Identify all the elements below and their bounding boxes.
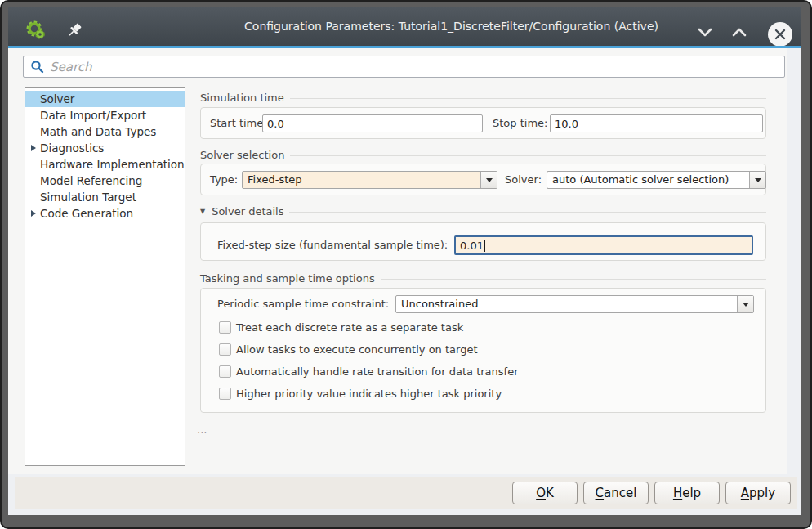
section-title: Tasking and sample time options: [200, 272, 375, 285]
sidebar-item-diagnostics[interactable]: Diagnostics: [25, 140, 185, 156]
solver-type-label: Type:: [210, 171, 238, 189]
sidebar-item-hardware-implementation[interactable]: Hardware Implementation: [25, 156, 185, 173]
sidebar-item-data-import-export[interactable]: Data Import/Export: [25, 107, 185, 123]
checkbox-icon[interactable]: [219, 365, 231, 378]
fixed-step-size-input[interactable]: 0.01: [454, 235, 753, 255]
gear-icon: [25, 19, 47, 45]
cancel-button[interactable]: Cancel: [583, 482, 649, 504]
button-mnemonic: O: [536, 486, 546, 500]
dropdown-arrow-icon[interactable]: [749, 172, 765, 188]
more-options-indicator[interactable]: ...: [197, 424, 207, 436]
checkbox-icon[interactable]: [219, 343, 231, 356]
solver-details-group: Fixed-step size (fundamental sample time…: [200, 222, 766, 261]
button-mnemonic: A: [741, 486, 749, 500]
footer-buttons: OK Cancel Help Apply: [512, 482, 791, 504]
checkbox-label: Treat each discrete rate as a separate t…: [236, 321, 463, 334]
checkbox-separate-task[interactable]: Treat each discrete rate as a separate t…: [219, 321, 463, 334]
solver-type-value: Fixed-step: [243, 172, 480, 188]
button-label: ancel: [604, 486, 636, 500]
solver-details-header[interactable]: ▼ Solver details: [200, 204, 766, 218]
solver-type-dropdown[interactable]: Fixed-step: [242, 171, 497, 189]
close-icon[interactable]: [768, 22, 792, 47]
expand-arrow-icon[interactable]: [31, 210, 36, 217]
section-title: Simulation time: [200, 92, 284, 104]
footer-bar: OK Cancel Help Apply: [15, 477, 797, 509]
ok-button[interactable]: OK: [512, 482, 578, 504]
tasking-header: Tasking and sample time options: [200, 271, 766, 285]
configuration-parameters-dialog: Configuration Parameters: Tutorial1_Disc…: [0, 0, 812, 529]
periodic-constraint-dropdown[interactable]: Unconstrained: [395, 295, 754, 313]
sidebar-item-solver[interactable]: Solver: [25, 91, 185, 107]
checkbox-icon[interactable]: [219, 388, 231, 400]
sidebar-item-model-referencing[interactable]: Model Referencing: [25, 173, 185, 189]
button-label: K: [546, 486, 554, 500]
search-icon: [30, 60, 44, 74]
help-button[interactable]: Help: [654, 482, 720, 504]
dropdown-arrow-icon[interactable]: [737, 296, 753, 312]
apply-button[interactable]: Apply: [725, 482, 791, 504]
stop-time-label: Stop time:: [493, 114, 547, 132]
expand-arrow-icon[interactable]: [31, 145, 36, 151]
stop-time-input[interactable]: [550, 114, 763, 132]
button-label: elp: [682, 486, 701, 500]
search-box[interactable]: [23, 56, 785, 78]
checkbox-concurrent-tasks[interactable]: Allow tasks to execute concurrently on t…: [219, 343, 478, 356]
checkbox-label: Allow tasks to execute concurrently on t…: [236, 343, 478, 356]
sidebar-item-label: Code Generation: [40, 207, 133, 220]
solver-label: Solver:: [505, 171, 542, 189]
section-rule: [289, 212, 766, 213]
button-mnemonic: C: [596, 486, 604, 500]
solver-value: auto (Automatic solver selection): [547, 172, 749, 188]
text-caret: [484, 240, 485, 252]
search-input[interactable]: [50, 60, 778, 74]
checkbox-priority-value[interactable]: Higher priority value indicates higher t…: [219, 387, 502, 400]
section-rule: [290, 155, 766, 156]
sidebar-item-simulation-target[interactable]: Simulation Target: [25, 189, 185, 205]
checkbox-rate-transition[interactable]: Automatically handle rate transition for…: [219, 365, 519, 378]
sidebar-item-label: Diagnostics: [40, 141, 104, 155]
solver-selection-header: Solver selection: [200, 148, 766, 162]
start-time-input[interactable]: [262, 114, 483, 132]
fixed-step-size-value: 0.01: [460, 240, 484, 252]
solver-selection-group: Type: Fixed-step Solver: auto (Automatic…: [200, 164, 766, 195]
solver-dropdown[interactable]: auto (Automatic solver selection): [547, 171, 766, 189]
tasking-group: Periodic sample time constraint: Unconst…: [200, 288, 766, 413]
simulation-time-header: Simulation time: [200, 91, 766, 105]
periodic-constraint-value: Unconstrained: [396, 296, 737, 312]
titlebar[interactable]: Configuration Parameters: Tutorial1_Disc…: [8, 7, 801, 46]
button-label: pply: [749, 486, 775, 500]
section-rule: [381, 279, 766, 280]
button-mnemonic: H: [673, 486, 682, 500]
checkbox-label: Automatically handle rate transition for…: [236, 365, 519, 378]
fixed-step-size-label: Fixed-step size (fundamental sample time…: [217, 235, 448, 255]
chevron-up-icon[interactable]: [730, 25, 748, 41]
chevron-down-icon[interactable]: [696, 25, 714, 41]
pin-icon[interactable]: [65, 21, 85, 44]
checkbox-label: Higher priority value indicates higher t…: [236, 388, 502, 400]
sidebar-tree: Solver Data Import/Export Math and Data …: [25, 87, 185, 466]
sidebar-item-code-generation[interactable]: Code Generation: [25, 205, 185, 222]
window-title: Configuration Parameters: Tutorial1_Disc…: [123, 7, 780, 46]
checkbox-icon[interactable]: [219, 321, 231, 334]
section-title: Solver selection: [200, 149, 284, 161]
sidebar-item-math-and-data-types[interactable]: Math and Data Types: [25, 123, 185, 140]
section-title: Solver details: [212, 205, 283, 217]
simulation-time-group: Start time: Stop time:: [200, 107, 766, 139]
periodic-constraint-label: Periodic sample time constraint:: [217, 295, 389, 313]
start-time-label: Start time:: [210, 114, 267, 132]
collapse-arrow-icon[interactable]: ▼: [200, 208, 205, 215]
dropdown-arrow-icon[interactable]: [480, 172, 497, 188]
section-rule: [290, 98, 766, 99]
